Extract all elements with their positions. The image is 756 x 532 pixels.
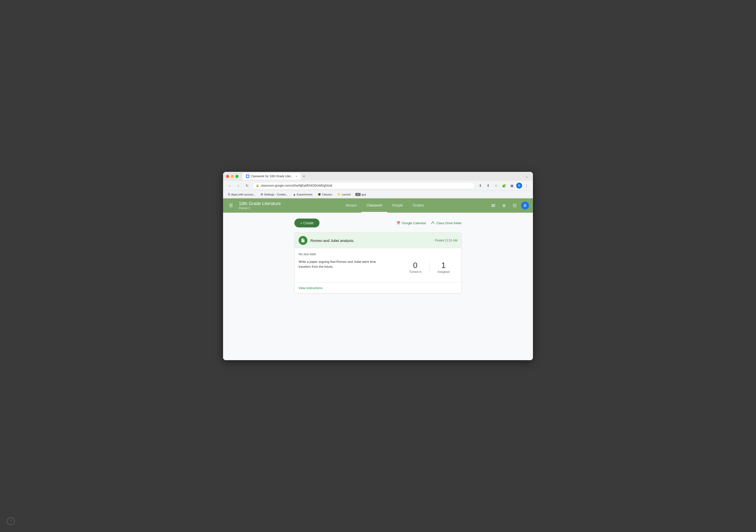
tab-bar: Classwork for 10th Grade Liter... × + ⌄: [242, 173, 530, 180]
card-header-left: Romeo and Juliet analysis.: [299, 236, 354, 245]
bookmark-gcp[interactable]: API gcp: [353, 192, 368, 197]
traffic-lights: [226, 175, 239, 178]
app-content: ☰ 10th Grade Literature Period 3 Stream …: [223, 199, 533, 360]
extension-icon[interactable]: 🧩: [500, 182, 507, 189]
svg-point-4: [515, 205, 515, 206]
google-calendar-link[interactable]: 📅 Google Calendar: [396, 221, 426, 225]
api-icon: API: [355, 193, 361, 196]
profile-avatar[interactable]: D: [516, 183, 522, 189]
url-text: classroom.google.com/u/0/w/NjEyMDI4ODIxM…: [261, 184, 332, 187]
new-tab-button[interactable]: +: [301, 173, 308, 180]
assigned-stat: 1 Assigned: [429, 261, 457, 274]
user-avatar[interactable]: D: [521, 201, 529, 209]
address-actions: ⬇ ⬆ ☆ 🧩 ▣ D ⋮: [477, 182, 530, 189]
view-instructions-link[interactable]: View instructions: [299, 286, 322, 290]
bookmark-gcp-label: gcp: [362, 193, 366, 196]
drive-icon: [431, 221, 435, 226]
main-content: + Create 📅 Google Calendar Class Drive f…: [223, 213, 533, 360]
help-icon[interactable]: ?: [7, 517, 15, 525]
bookmark-classes[interactable]: 🎓 Classes: [315, 192, 334, 197]
svg-point-3: [513, 205, 514, 206]
bookmark-star-icon[interactable]: ☆: [493, 182, 500, 189]
download-icon[interactable]: ⬇: [477, 182, 484, 189]
forward-button[interactable]: ›: [235, 182, 242, 189]
turned-in-count: 0: [413, 261, 418, 269]
header-nav: Stream Classwork People Grades: [285, 199, 485, 213]
no-due-date: No due date: [299, 252, 457, 256]
bookmarks-bar: G Apps with access... ⚙ Settings - Cooki…: [223, 191, 533, 199]
tab-classwork[interactable]: Classwork: [362, 199, 387, 213]
card-content-row: Write a paper arguing that Romeo and Jul…: [299, 258, 457, 279]
card-footer: View instructions: [295, 282, 461, 293]
settings-gear-icon[interactable]: ⚙: [500, 201, 508, 210]
folder-icon: 📁: [337, 193, 341, 196]
browser-menu-button[interactable]: ⌄: [523, 173, 530, 180]
class-title: 10th Grade Literature: [239, 201, 281, 206]
svg-point-1: [515, 204, 515, 204]
svg-point-8: [516, 206, 517, 207]
svg-point-2: [516, 204, 517, 204]
bookmark-apps-label: Apps with access...: [231, 193, 255, 196]
sidebar-icon[interactable]: ▣: [508, 182, 515, 189]
refresh-button[interactable]: ↻: [244, 182, 251, 189]
hamburger-menu-icon[interactable]: ☰: [227, 201, 235, 209]
tab-title: Classwork for 10th Grade Liter...: [251, 174, 293, 178]
turned-in-label: Turned in: [409, 270, 421, 274]
classes-icon: 🎓: [317, 193, 321, 196]
posted-time: Posted 11:51 AM: [435, 239, 457, 242]
assigned-count: 1: [441, 261, 446, 269]
lock-icon: 🔒: [256, 184, 259, 187]
bookmark-settings-label: Settings - Cookie...: [264, 193, 288, 196]
tab-favicon: [246, 174, 249, 178]
bookmark-settings[interactable]: ⚙ Settings - Cookie...: [258, 192, 290, 197]
toolbar-links: 📅 Google Calendar Class Drive folder: [396, 221, 462, 226]
class-drive-folder-link[interactable]: Class Drive folder: [431, 221, 462, 226]
turned-in-stat: 0 Turned in: [401, 261, 429, 274]
share-icon[interactable]: ⬆: [485, 182, 492, 189]
tab-stream[interactable]: Stream: [340, 199, 362, 213]
active-tab[interactable]: Classwork for 10th Grade Liter... ×: [242, 173, 301, 180]
fullscreen-button[interactable]: [235, 175, 239, 178]
assignment-title: Romeo and Juliet analysis.: [310, 238, 354, 243]
chrome-menu-icon[interactable]: ⋮: [523, 182, 530, 189]
bookmark-experiments-label: Experiments: [297, 193, 312, 196]
toolbar-row: + Create 📅 Google Calendar Class Drive f…: [294, 219, 462, 227]
minimize-button[interactable]: [231, 175, 234, 178]
assignment-card: Romeo and Juliet analysis. Posted 11:51 …: [294, 232, 462, 293]
create-button[interactable]: + Create: [294, 219, 319, 227]
url-bar[interactable]: 🔒 classroom.google.com/u/0/w/NjEyMDI4ODI…: [253, 182, 475, 189]
card-header: Romeo and Juliet analysis. Posted 11:51 …: [295, 232, 461, 248]
title-bar: Classwork for 10th Grade Liter... × + ⌄: [223, 172, 533, 181]
tab-end: ⌄: [308, 173, 530, 180]
class-period: Period 3: [239, 206, 281, 210]
assignment-description: Write a paper arguing that Romeo and Jul…: [299, 259, 377, 269]
svg-point-7: [515, 206, 515, 207]
tab-close-button[interactable]: ×: [296, 175, 297, 178]
assigned-label: Assigned: [438, 270, 449, 274]
close-button[interactable]: [226, 175, 229, 178]
tab-grades[interactable]: Grades: [408, 199, 429, 213]
experiments-icon: ▲: [293, 193, 296, 196]
classroom-header: ☰ 10th Grade Literature Period 3 Stream …: [223, 199, 533, 213]
stats-row: 0 Turned in 1 Assigned: [401, 259, 457, 276]
student-view-icon[interactable]: [489, 201, 498, 210]
assignment-type-icon: [299, 236, 308, 245]
class-title-block: 10th Grade Literature Period 3: [239, 201, 281, 210]
bookmark-apps[interactable]: G Apps with access...: [226, 192, 257, 197]
back-button[interactable]: ‹: [226, 182, 233, 189]
bookmark-experiments[interactable]: ▲ Experiments: [291, 192, 314, 197]
calendar-icon: 📅: [396, 221, 400, 225]
card-body: No due date Write a paper arguing that R…: [295, 248, 461, 282]
browser-window: Classwork for 10th Grade Liter... × + ⌄ …: [223, 172, 533, 360]
header-actions: ⚙ D: [489, 201, 529, 210]
svg-point-6: [513, 206, 514, 207]
bookmark-current[interactable]: 📁 current: [335, 192, 353, 197]
svg-point-0: [513, 204, 514, 204]
address-bar: ‹ › ↻ 🔒 classroom.google.com/u/0/w/NjEyM…: [223, 181, 533, 191]
bookmark-current-label: current: [342, 193, 351, 196]
tab-people[interactable]: People: [387, 199, 408, 213]
svg-point-5: [516, 205, 517, 206]
google-apps-icon[interactable]: [510, 201, 519, 210]
google-icon: G: [228, 193, 230, 196]
settings-icon: ⚙: [260, 193, 263, 196]
